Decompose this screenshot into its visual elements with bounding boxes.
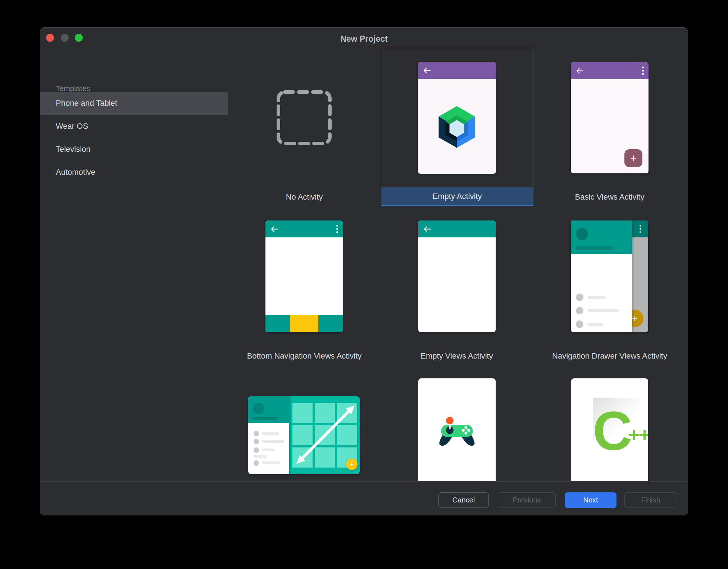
app-bar (632, 220, 648, 237)
back-arrow-icon (270, 225, 279, 233)
template-game-activity[interactable] (418, 378, 496, 481)
sidebar-item-phone-and-tablet[interactable]: Phone and Tablet (40, 92, 228, 115)
placeholder-line (587, 296, 606, 299)
app-bar (418, 62, 496, 79)
app-bar (418, 220, 496, 237)
app-bar (571, 62, 649, 79)
plus-icon: + (350, 460, 354, 469)
list-item-icon (254, 439, 259, 444)
back-arrow-icon (423, 66, 431, 75)
sidebar-divider (228, 49, 228, 481)
list-item-icon (576, 293, 583, 301)
sidebar-item-television[interactable]: Television (40, 138, 228, 161)
phone-screen (265, 237, 343, 332)
back-arrow-icon (575, 67, 584, 75)
cpp-logo: C ++ (588, 402, 645, 460)
placeholder-line (576, 246, 613, 250)
list-item-icon (576, 307, 583, 314)
template-empty-activity[interactable] (418, 62, 496, 174)
phone-screen (418, 79, 496, 174)
placeholder-line (587, 309, 619, 312)
jetpack-compose-logo (437, 106, 476, 148)
template-navigation-drawer-views-activity[interactable]: + (571, 220, 648, 332)
sidebar-item-automotive[interactable]: Automotive (40, 161, 228, 184)
template-basic-views-activity[interactable]: + (571, 62, 649, 173)
gamepad-icon (436, 416, 478, 448)
list-item-icon (576, 320, 583, 328)
fab-plus-button: + (346, 459, 358, 470)
dialog-footer: Cancel Previous Next Finish (40, 481, 688, 515)
list-item-icon (254, 447, 259, 453)
plus-icon: + (632, 313, 637, 324)
next-button[interactable]: Next (565, 492, 616, 508)
template-no-activity[interactable] (276, 90, 332, 146)
navigation-drawer (248, 396, 289, 474)
placeholder-line (587, 323, 603, 326)
template-responsive-views-activity[interactable]: + (248, 396, 360, 474)
kebab-menu-icon (336, 225, 338, 233)
phone-screen: + (571, 79, 649, 173)
template-empty-views-activity[interactable] (418, 220, 496, 332)
drawer-header (571, 220, 632, 254)
template-label-empty-activity: Empty Activity (381, 187, 533, 205)
back-arrow-icon (423, 225, 432, 233)
fab-plus-button: + (624, 149, 642, 167)
dialog-title: New Project (40, 28, 688, 49)
placeholder-line (262, 461, 280, 464)
template-label-navigation-drawer: Navigation Drawer Views Activity (538, 350, 682, 362)
previous-button[interactable]: Previous (498, 492, 556, 508)
cancel-button[interactable]: Cancel (438, 492, 489, 508)
finish-button[interactable]: Finish (624, 492, 677, 508)
list-item-icon (254, 460, 259, 466)
template-label-bottom-navigation: Bottom Navigation Views Activity (232, 350, 376, 362)
kebab-menu-icon (642, 67, 644, 75)
template-label-basic-views-activity: Basic Views Activity (556, 191, 664, 203)
placeholder-line (254, 455, 267, 458)
drawer-header (248, 396, 289, 423)
avatar (253, 403, 264, 414)
placeholder-line (262, 440, 284, 443)
sidebar-item-wear-os[interactable]: Wear OS (40, 115, 228, 138)
kebab-menu-icon (640, 225, 641, 233)
dashed-placeholder-icon (276, 90, 332, 146)
templates-sidebar: Templates Phone and Tablet Wear OS Telev… (40, 49, 228, 481)
title-bar: New Project (40, 28, 688, 49)
placeholder-line (262, 449, 274, 451)
template-bottom-navigation-views-activity[interactable] (265, 220, 343, 332)
placeholder-line (262, 432, 279, 435)
phone-screen (418, 237, 496, 332)
new-project-dialog: New Project Templates Phone and Tablet W… (40, 28, 688, 515)
bottom-nav-bar (265, 315, 343, 332)
list-item-icon (254, 431, 259, 436)
avatar (576, 228, 588, 240)
app-bar (265, 220, 343, 237)
template-label-no-activity: No Activity (250, 191, 358, 203)
placeholder-line (253, 417, 277, 420)
plus-icon: + (630, 152, 637, 164)
template-native-cpp[interactable]: C ++ (571, 378, 648, 481)
navigation-drawer (571, 220, 632, 332)
template-label-empty-views: Empty Views Activity (385, 350, 529, 362)
